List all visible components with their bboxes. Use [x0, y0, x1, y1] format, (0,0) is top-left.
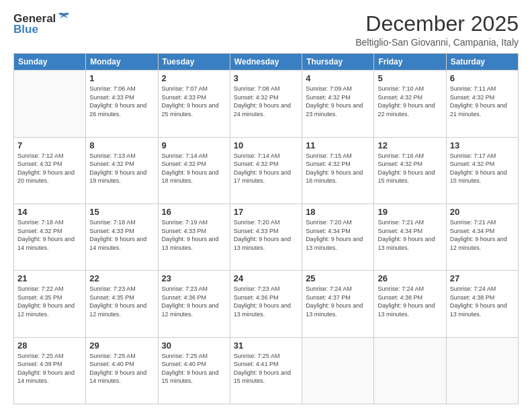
day-info: Sunrise: 7:21 AMSunset: 4:34 PMDaylight:… — [378, 218, 442, 252]
week-row-3: 14Sunrise: 7:18 AMSunset: 4:32 PMDayligh… — [14, 203, 519, 270]
day-number: 15 — [89, 207, 154, 217]
day-number: 9 — [162, 140, 226, 150]
day-info: Sunrise: 7:25 AMSunset: 4:40 PMDaylight:… — [162, 352, 226, 385]
table-cell: 6Sunrise: 7:11 AMSunset: 4:32 PMDaylight… — [446, 71, 518, 137]
logo-blue-text: Blue — [13, 23, 38, 36]
col-sunday: Sunday — [14, 54, 86, 71]
table-cell: 22Sunrise: 7:23 AMSunset: 4:35 PMDayligh… — [86, 271, 158, 337]
week-row-5: 28Sunrise: 7:25 AMSunset: 4:39 PMDayligh… — [14, 337, 519, 404]
table-cell: 31Sunrise: 7:25 AMSunset: 4:41 PMDayligh… — [230, 337, 302, 404]
table-cell: 4Sunrise: 7:09 AMSunset: 4:32 PMDaylight… — [302, 71, 374, 137]
day-info: Sunrise: 7:22 AMSunset: 4:35 PMDaylight:… — [17, 285, 82, 318]
day-number: 20 — [450, 207, 515, 217]
table-cell: 29Sunrise: 7:25 AMSunset: 4:40 PMDayligh… — [86, 337, 158, 404]
day-info: Sunrise: 7:18 AMSunset: 4:33 PMDaylight:… — [89, 218, 154, 252]
table-cell: 16Sunrise: 7:19 AMSunset: 4:33 PMDayligh… — [158, 203, 230, 270]
table-cell: 15Sunrise: 7:18 AMSunset: 4:33 PMDayligh… — [86, 203, 158, 270]
day-info: Sunrise: 7:13 AMSunset: 4:32 PMDaylight:… — [89, 152, 154, 185]
day-number: 3 — [234, 73, 298, 83]
day-info: Sunrise: 7:25 AMSunset: 4:41 PMDaylight:… — [234, 352, 298, 385]
subtitle: Beltiglio-San Giovanni, Campania, Italy — [355, 37, 519, 48]
day-number: 23 — [162, 273, 226, 283]
day-number: 5 — [378, 73, 442, 83]
col-thursday: Thursday — [302, 54, 374, 71]
calendar-header-row: Sunday Monday Tuesday Wednesday Thursday… — [14, 54, 519, 71]
table-cell: 1Sunrise: 7:06 AMSunset: 4:33 PMDaylight… — [86, 71, 158, 137]
col-tuesday: Tuesday — [158, 54, 230, 71]
day-info: Sunrise: 7:15 AMSunset: 4:32 PMDaylight:… — [306, 152, 370, 185]
day-info: Sunrise: 7:20 AMSunset: 4:33 PMDaylight:… — [234, 218, 298, 252]
day-info: Sunrise: 7:07 AMSunset: 4:33 PMDaylight:… — [162, 85, 226, 118]
day-info: Sunrise: 7:23 AMSunset: 4:36 PMDaylight:… — [162, 285, 226, 318]
day-info: Sunrise: 7:25 AMSunset: 4:40 PMDaylight:… — [89, 352, 154, 385]
week-row-1: 1Sunrise: 7:06 AMSunset: 4:33 PMDaylight… — [14, 71, 519, 137]
day-info: Sunrise: 7:24 AMSunset: 4:37 PMDaylight:… — [306, 285, 370, 318]
day-info: Sunrise: 7:11 AMSunset: 4:32 PMDaylight:… — [450, 85, 515, 118]
day-number: 8 — [89, 140, 154, 150]
logo-bird-icon — [57, 12, 71, 23]
calendar: Sunday Monday Tuesday Wednesday Thursday… — [13, 53, 519, 404]
day-number: 12 — [378, 140, 442, 150]
day-number: 1 — [89, 73, 154, 83]
table-cell: 17Sunrise: 7:20 AMSunset: 4:33 PMDayligh… — [230, 203, 302, 270]
day-info: Sunrise: 7:24 AMSunset: 4:38 PMDaylight:… — [450, 285, 515, 318]
table-cell: 10Sunrise: 7:14 AMSunset: 4:32 PMDayligh… — [230, 137, 302, 203]
table-cell: 28Sunrise: 7:25 AMSunset: 4:39 PMDayligh… — [14, 337, 86, 404]
day-number: 18 — [306, 207, 370, 217]
day-number: 10 — [234, 140, 298, 150]
table-cell: 9Sunrise: 7:14 AMSunset: 4:32 PMDaylight… — [158, 137, 230, 203]
week-row-4: 21Sunrise: 7:22 AMSunset: 4:35 PMDayligh… — [14, 271, 519, 337]
day-info: Sunrise: 7:17 AMSunset: 4:32 PMDaylight:… — [450, 152, 515, 185]
day-info: Sunrise: 7:06 AMSunset: 4:33 PMDaylight:… — [89, 85, 154, 118]
logo: General Blue — [13, 12, 71, 36]
col-wednesday: Wednesday — [230, 54, 302, 71]
day-info: Sunrise: 7:16 AMSunset: 4:32 PMDaylight:… — [378, 152, 442, 185]
day-number: 25 — [306, 273, 370, 283]
day-info: Sunrise: 7:24 AMSunset: 4:38 PMDaylight:… — [378, 285, 442, 318]
day-number: 22 — [89, 273, 154, 283]
day-number: 27 — [450, 273, 515, 283]
day-info: Sunrise: 7:23 AMSunset: 4:35 PMDaylight:… — [89, 285, 154, 318]
day-info: Sunrise: 7:14 AMSunset: 4:32 PMDaylight:… — [162, 152, 226, 185]
col-monday: Monday — [86, 54, 158, 71]
day-number: 11 — [306, 140, 370, 150]
table-cell: 21Sunrise: 7:22 AMSunset: 4:35 PMDayligh… — [14, 271, 86, 337]
day-number: 14 — [17, 207, 82, 217]
day-info: Sunrise: 7:14 AMSunset: 4:32 PMDaylight:… — [234, 152, 298, 185]
table-cell: 20Sunrise: 7:21 AMSunset: 4:34 PMDayligh… — [446, 203, 518, 270]
page: General Blue December 2025 Beltiglio-San… — [0, 0, 532, 411]
table-cell: 3Sunrise: 7:08 AMSunset: 4:32 PMDaylight… — [230, 71, 302, 137]
col-friday: Friday — [374, 54, 446, 71]
day-number: 21 — [17, 273, 82, 283]
table-cell: 13Sunrise: 7:17 AMSunset: 4:32 PMDayligh… — [446, 137, 518, 203]
table-cell: 23Sunrise: 7:23 AMSunset: 4:36 PMDayligh… — [158, 271, 230, 337]
day-info: Sunrise: 7:18 AMSunset: 4:32 PMDaylight:… — [17, 218, 82, 252]
table-cell: 8Sunrise: 7:13 AMSunset: 4:32 PMDaylight… — [86, 137, 158, 203]
table-cell: 30Sunrise: 7:25 AMSunset: 4:40 PMDayligh… — [158, 337, 230, 404]
table-cell: 26Sunrise: 7:24 AMSunset: 4:38 PMDayligh… — [374, 271, 446, 337]
day-number: 28 — [17, 340, 82, 351]
table-cell: 14Sunrise: 7:18 AMSunset: 4:32 PMDayligh… — [14, 203, 86, 270]
day-info: Sunrise: 7:09 AMSunset: 4:32 PMDaylight:… — [306, 85, 370, 118]
day-number: 31 — [234, 340, 298, 351]
day-info: Sunrise: 7:21 AMSunset: 4:34 PMDaylight:… — [450, 218, 515, 252]
day-info: Sunrise: 7:23 AMSunset: 4:36 PMDaylight:… — [234, 285, 298, 318]
table-cell: 24Sunrise: 7:23 AMSunset: 4:36 PMDayligh… — [230, 271, 302, 337]
table-cell: 27Sunrise: 7:24 AMSunset: 4:38 PMDayligh… — [446, 271, 518, 337]
table-cell: 12Sunrise: 7:16 AMSunset: 4:32 PMDayligh… — [374, 137, 446, 203]
table-cell — [374, 337, 446, 404]
day-info: Sunrise: 7:10 AMSunset: 4:32 PMDaylight:… — [378, 85, 442, 118]
day-number: 7 — [17, 140, 82, 150]
table-cell — [302, 337, 374, 404]
day-number: 19 — [378, 207, 442, 217]
col-saturday: Saturday — [446, 54, 518, 71]
day-number: 6 — [450, 73, 515, 83]
main-title: December 2025 — [355, 12, 519, 36]
table-cell: 2Sunrise: 7:07 AMSunset: 4:33 PMDaylight… — [158, 71, 230, 137]
day-number: 26 — [378, 273, 442, 283]
table-cell: 11Sunrise: 7:15 AMSunset: 4:32 PMDayligh… — [302, 137, 374, 203]
day-info: Sunrise: 7:08 AMSunset: 4:32 PMDaylight:… — [234, 85, 298, 118]
day-number: 16 — [162, 207, 226, 217]
day-info: Sunrise: 7:19 AMSunset: 4:33 PMDaylight:… — [162, 218, 226, 252]
day-number: 30 — [162, 340, 226, 351]
